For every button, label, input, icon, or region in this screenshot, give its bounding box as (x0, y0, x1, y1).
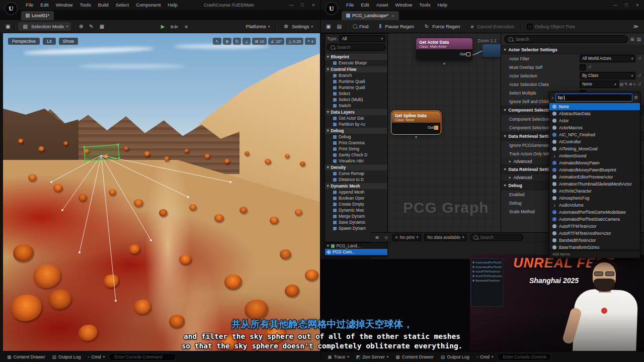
class-option-atmosphericfog[interactable]: AtmosphericFog (549, 195, 640, 202)
pencil-tool-icon[interactable]: ✎ (88, 23, 95, 30)
class-option-archvischaracter[interactable]: ArchVisCharacter (549, 188, 640, 195)
node-collapse-chevron[interactable]: ▾ (443, 62, 445, 66)
grid-view-icon[interactable]: ⊞ (630, 37, 634, 42)
class-option-basetransformgizmo[interactable]: BaseTransformGizmo (549, 244, 640, 250)
palette-item-select[interactable]: Select (325, 90, 387, 97)
type-filter-dropdown[interactable]: All ▾ (340, 35, 385, 42)
camera-speed-button[interactable]: ⌖ 4 (305, 38, 316, 45)
menu-item-edit[interactable]: Edit (357, 0, 372, 10)
node-collapse-chevron[interactable]: ▾ (415, 135, 417, 139)
browse-icon[interactable]: ▤ (335, 23, 343, 30)
palette-item-distance-to-d[interactable]: Distance to D (325, 176, 387, 183)
palette-category-density[interactable]: ▾Density (325, 164, 387, 170)
zen-server-button[interactable]: ◩ Zen Server ▾ (353, 354, 392, 359)
class-option-automatedperfteststaticcamera[interactable]: AutomatedPerfTestStaticCamera (549, 216, 640, 223)
pcg-asset-tab[interactable]: PCG_Landscape* × (342, 11, 399, 20)
select-tool-button[interactable]: ↖ (213, 38, 221, 45)
clear-search-icon[interactable]: × (551, 96, 554, 100)
save-icon[interactable]: ▣ (4, 23, 12, 30)
output-log-button[interactable]: ▤ Output Log (438, 354, 472, 359)
view-options-gear-icon[interactable]: ⚙ (634, 95, 638, 100)
value-dropdown[interactable]: By Class▾ (580, 72, 635, 79)
unreal-logo-icon[interactable]: U (5, 2, 18, 15)
minimize-button[interactable]: — (286, 0, 297, 10)
graph-hierarchy-child-selected[interactable]: PCG Com... (325, 249, 387, 255)
grid-snap-button[interactable]: ⊞ 10 (252, 38, 267, 45)
palette-item-debug[interactable]: Debug (325, 134, 387, 140)
level-tab[interactable]: Level01* (21, 11, 54, 20)
class-option-aicontroller[interactable]: AIController (549, 138, 640, 145)
value-dropdown[interactable]: All World Actors▾ (580, 55, 635, 62)
palette-item-partition-by-ac[interactable]: Partition by Ac (325, 121, 387, 127)
class-option-ambientsound[interactable]: ♪AmbientSound (549, 152, 640, 159)
list-view-icon[interactable]: ▤ (636, 37, 641, 42)
skip-button[interactable]: ▶▶ (169, 23, 180, 30)
console-input[interactable]: Enter Console Command (109, 353, 176, 361)
output-pin[interactable] (434, 126, 438, 130)
add-content-icon[interactable]: ⊕ (77, 23, 85, 30)
save-icon[interactable]: ▣ (325, 23, 332, 30)
3d-viewport[interactable]: Perspective Lit Show ↖ ⊕ ↻ △ ⊞ 10 (3, 33, 320, 351)
find-button[interactable]: Find (350, 23, 371, 30)
class-option-actormacros[interactable]: ActorMacros (549, 124, 640, 131)
palette-category-control-flow[interactable]: ▾Control Flow (325, 66, 387, 72)
palette-category-blueprint[interactable]: ▾Blueprint (325, 54, 387, 60)
reset-to-default-icon[interactable]: ↺ (637, 82, 641, 86)
output-pin[interactable] (466, 52, 470, 56)
class-option-aitesting-movegoal[interactable]: AITesting_MoveGoal (549, 145, 640, 152)
cmd-button[interactable]: › Cmd ▾ (85, 354, 108, 359)
palette-item-branch[interactable]: Branch (325, 72, 387, 78)
unreal-logo-icon[interactable]: U (325, 2, 338, 15)
close-button[interactable]: × (632, 0, 643, 10)
class-option-animatedmoneypawn[interactable]: AnimatedMoneyPawn (549, 159, 640, 166)
menu-item-file[interactable]: File (22, 0, 37, 10)
viewport-perspective-button[interactable]: Perspective (8, 38, 40, 45)
palette-category-dynamic-mesh[interactable]: ▾Dynamic Mesh (325, 183, 387, 189)
palette-item-boolean-oper[interactable]: Boolean Oper (325, 195, 387, 201)
force-regen-button[interactable]: ↻ Force Regen (420, 22, 463, 31)
graph-hierarchy-parent[interactable]: ▾ PCG_Land... (325, 243, 387, 249)
platforms-button[interactable]: Platforms ▾ (243, 23, 273, 30)
cmd-button[interactable]: › Cmd ▾ (473, 354, 497, 359)
maximize-button[interactable]: □ (297, 0, 308, 10)
browse-asset-icon[interactable]: ▤ (620, 82, 624, 86)
palette-item-merge-dynam[interactable]: Merge Dynam (325, 213, 387, 219)
class-option-autortfmtestanotheractor[interactable]: AutoRTFMTestAnotherActor (549, 230, 640, 237)
menu-item-component[interactable]: Component (132, 0, 164, 10)
viewport-lit-button[interactable]: Lit (43, 38, 56, 45)
debug-object-tree-checkbox[interactable] (527, 24, 533, 30)
palette-item-select-multi[interactable]: Select (Multi) (325, 97, 387, 103)
class-option-animatedmoneypawnblueprint[interactable]: AnimatedMoneyPawnBlueprint (549, 166, 640, 173)
palette-item-append-mesh[interactable]: Append Mesh (325, 189, 387, 195)
grid-view-icon[interactable]: ⊞ (374, 235, 380, 240)
class-option-animationthumbnailskeletalmeshactor[interactable]: AnimationThumbnailSkeletalMeshActor (549, 180, 640, 188)
palette-item-print-gramma[interactable]: Print Gramma (325, 140, 387, 146)
clear-icon[interactable]: × (633, 82, 636, 86)
checkbox[interactable] (580, 64, 586, 70)
diamond-filter-icon[interactable]: ◇ (383, 235, 389, 240)
maximize-button[interactable]: □ (621, 0, 632, 10)
menu-item-file[interactable]: File (343, 0, 357, 10)
reset-to-default-icon[interactable]: ↺ (637, 73, 641, 78)
palette-item-runtime-quali[interactable]: Runtime Quali (325, 78, 387, 84)
close-button[interactable]: × (308, 0, 319, 10)
pin-selector-dropdown[interactable]: ≡ No pins ▾ (392, 234, 421, 241)
palette-item-print-string[interactable]: Print String (325, 146, 387, 152)
palette-item-get-actor-dat[interactable]: Get Actor Dat (325, 115, 387, 121)
menu-item-select[interactable]: Select (112, 0, 132, 10)
overflow-chevrons-icon[interactable]: ≫ (632, 23, 640, 30)
debug-object-tree-button[interactable]: Debug Object Tree (524, 23, 578, 31)
menu-item-help[interactable]: Help (164, 0, 181, 10)
move-tool-button[interactable]: ⊕ (223, 38, 231, 45)
menu-item-tools[interactable]: Tools (416, 0, 434, 10)
close-tab-icon[interactable]: × (392, 14, 394, 18)
stop-button[interactable]: ■ (183, 23, 189, 30)
menu-item-tools[interactable]: Tools (76, 0, 94, 10)
settings-button[interactable]: ⚙ Settings ▾ (279, 22, 316, 31)
landscape-tool-icon[interactable]: ▦ (98, 23, 106, 30)
class-option-actor[interactable]: Actor (549, 117, 640, 124)
class-option-animationeditorpreviewactor[interactable]: AnimationEditorPreviewActor (549, 173, 640, 180)
use-selected-icon[interactable]: ✎ (624, 82, 628, 86)
pause-regen-button[interactable]: Ⅱ Pause Regen (374, 22, 417, 31)
rotate-tool-button[interactable]: ↻ (233, 38, 242, 45)
